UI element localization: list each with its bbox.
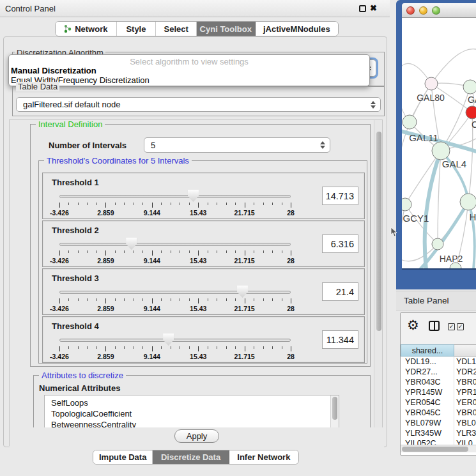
combo-stepper-icon[interactable] (320, 141, 325, 149)
network-node[interactable] (403, 115, 417, 129)
slider-thumb[interactable] (237, 286, 248, 298)
thresholds-group-title: Threshold's Coordinates for 5 Intervals (44, 156, 192, 165)
table-cell[interactable]: YBR045C (401, 408, 454, 418)
tab-select[interactable]: Select (156, 22, 197, 36)
apply-button[interactable]: Apply (174, 429, 219, 443)
table-cell[interactable]: YER0 (454, 397, 476, 408)
table-cell[interactable]: YLR3 (454, 428, 476, 438)
table-row[interactable]: YLR345WYLR3 (401, 428, 476, 438)
table-row[interactable]: YPR145WYPR1 (401, 387, 476, 397)
network-node[interactable] (402, 198, 411, 211)
mac-zoom-button[interactable] (432, 6, 440, 15)
tab-impute-data[interactable]: Impute Data (93, 450, 153, 464)
threshold-label: Threshold 2 (52, 226, 99, 235)
threshold-value-field[interactable]: 11.344 (322, 330, 358, 349)
table-hscrollbar-thumb[interactable] (402, 447, 468, 452)
network-node[interactable] (425, 77, 438, 90)
attribute-list-item[interactable]: TopologicalCoefficient (45, 408, 339, 419)
network-node[interactable] (463, 80, 476, 94)
table-cell[interactable]: YPR1 (454, 387, 476, 397)
float-window-icon[interactable] (359, 5, 366, 12)
top-tab-bar: Network Style Select Cyni Toolbox jActiv… (55, 21, 339, 36)
table-cell[interactable]: YPR145W (401, 387, 454, 397)
algorithm-popup-hint: Select algorithm to view settings (9, 57, 369, 66)
checkbox-icon[interactable]: ✓ (448, 323, 455, 330)
number-of-intervals-value: 5 (151, 141, 155, 150)
mac-close-button[interactable] (406, 6, 415, 15)
slider-thumb[interactable] (163, 334, 174, 346)
tab-network-label: Network (75, 24, 107, 34)
table-row[interactable]: YBL079WYBL0 (401, 418, 476, 428)
tab-style[interactable]: Style (117, 22, 157, 36)
slider-track[interactable] (59, 339, 291, 342)
tab-infer-network[interactable]: Infer Network (229, 450, 298, 464)
table-cell[interactable]: YBR0 (454, 408, 476, 418)
table-row[interactable]: YBR043CYBR0 (401, 377, 476, 387)
tab-cyni-toolbox[interactable]: Cyni Toolbox (197, 22, 256, 36)
mac-minimize-button[interactable] (419, 6, 427, 15)
interval-definition-group: Interval Definition Number of Intervals … (30, 124, 371, 367)
network-node[interactable] (432, 142, 450, 160)
table-panel-title: Table Panel (404, 296, 449, 305)
column-header-shared-name[interactable]: shared... (401, 344, 454, 357)
gear-icon[interactable]: ⚙ (407, 318, 419, 332)
table-cell[interactable]: YBL0 (454, 418, 476, 428)
table-header-row: shared... n (401, 344, 476, 357)
slider-thumb[interactable] (188, 190, 199, 202)
network-node[interactable] (432, 238, 443, 250)
network-edge (405, 204, 438, 244)
checkbox-icon[interactable]: ✓ (457, 323, 464, 330)
close-icon[interactable]: ✖ (370, 3, 377, 13)
column-header-label: shared... (412, 346, 443, 355)
tab-jactivemnodules[interactable]: jActiveMNodules (256, 22, 338, 36)
network-window-titlebar (402, 3, 476, 18)
tab-infer-label: Infer Network (237, 452, 290, 462)
algorithm-option-manual[interactable]: Manual Discretization (11, 66, 96, 75)
table-row[interactable]: YDL19...YDL1 (401, 357, 476, 367)
threshold-value-field[interactable]: 6.316 (322, 234, 358, 253)
table-cell[interactable]: YDR27... (401, 367, 454, 377)
network-node-label: GCY1 (403, 213, 429, 224)
table-cell[interactable]: YBR0 (454, 377, 476, 387)
slider-thumb[interactable] (126, 238, 137, 250)
apply-strip: Apply (10, 427, 384, 447)
threshold-value-field[interactable]: 21.4 (322, 282, 358, 301)
table-data-title: Table Data (16, 82, 59, 91)
combo-stepper-icon[interactable] (371, 101, 376, 109)
table-cell[interactable]: YBL079W (401, 418, 454, 428)
table-cell[interactable]: YDL19... (401, 357, 454, 367)
attributes-group-title: Attributes to discretize (39, 371, 126, 380)
table-panel: ⚙ ✓ ✓ shared... n YDL19...YDL1YDR27...YD… (400, 312, 476, 456)
slider-track[interactable] (59, 243, 291, 246)
table-row[interactable]: YBR045CYBR0 (401, 408, 476, 418)
table-cell[interactable]: YLR345W (401, 428, 454, 438)
table-row[interactable]: YDR27...YDR2 (401, 367, 476, 377)
slider-track[interactable] (59, 291, 291, 294)
table-cell[interactable]: YBR043C (401, 377, 454, 387)
tab-cyni-label: Cyni Toolbox (200, 24, 252, 34)
table-data-combobox[interactable]: galFiltered.sif default node (16, 97, 381, 112)
network-node[interactable] (466, 106, 476, 119)
network-canvas[interactable]: GAL80GACGAL11GAL4GCY1HHAP2 (402, 18, 476, 268)
attributes-scrollbar-thumb[interactable] (332, 397, 337, 420)
table-data-selected-value: galFiltered.sif default node (23, 100, 120, 109)
settings-scrollbar-thumb[interactable] (376, 132, 381, 331)
threshold-value-field[interactable]: 14.713 (322, 187, 358, 205)
attribute-list-item[interactable]: SelfLoops (45, 397, 339, 408)
column-header-name[interactable]: n (454, 344, 476, 357)
settings-vertical-scrollbar[interactable] (374, 120, 383, 446)
table-row[interactable]: YER054CYER0 (401, 397, 476, 408)
table-cell[interactable]: YDR2 (454, 367, 476, 377)
slider-scale-labels: -3.4262.8599.14415.4321.71528 (59, 353, 291, 360)
table-cell[interactable]: YDL1 (454, 357, 476, 367)
network-node[interactable] (460, 194, 476, 210)
network-node-label: HAP2 (440, 254, 463, 264)
number-of-intervals-combobox[interactable]: 5 (144, 137, 330, 153)
tab-network[interactable]: Network (56, 22, 117, 36)
columns-icon[interactable] (429, 321, 440, 331)
thresholds-group: Threshold's Coordinates for 5 Intervals … (38, 160, 367, 364)
tab-discretize-data[interactable]: Discretize Data (153, 450, 229, 464)
table-horizontal-scrollbar[interactable] (401, 445, 476, 452)
slider-track[interactable] (59, 195, 291, 198)
table-cell[interactable]: YER054C (401, 397, 454, 408)
